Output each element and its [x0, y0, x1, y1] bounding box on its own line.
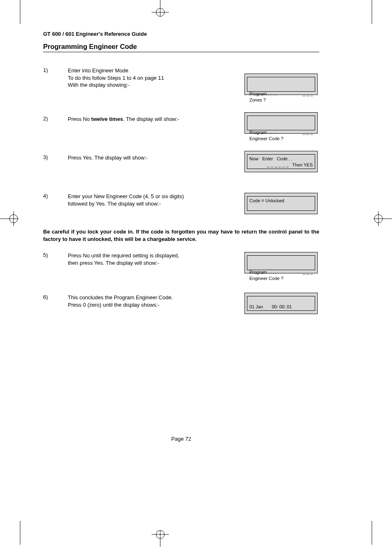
step-2: 2) Press No twelve times. The display wi…	[43, 116, 319, 134]
lcd-line: Engineer Code ?	[249, 276, 284, 281]
lcd-display: Program . . . ._ _ _Engineer Code ?	[244, 112, 318, 134]
page-number: Page 72	[43, 436, 319, 442]
crop-mark-bl	[20, 521, 21, 545]
step-number: 4)	[43, 193, 68, 199]
text-line: Enter your New Engineer Code (4, 5 or si…	[68, 193, 184, 199]
lcd-line: _ _ _	[303, 91, 313, 97]
text-line: Press No until the required setting is d…	[68, 252, 179, 259]
step-text: Press No twelve times. The display will …	[68, 116, 195, 123]
text-line: This concludes the Program Engineer Code…	[68, 294, 173, 301]
lcd-line: _ _ _	[303, 130, 313, 136]
step-text: Press Yes. The display will show:-	[68, 154, 195, 162]
registration-mark-top	[146, 0, 175, 21]
lcd-display: 01 Jan 00: 00: 01	[244, 293, 318, 314]
document-header: GT 600 / 601 Engineer's Reference Guide	[43, 31, 319, 37]
step-number: 1)	[43, 67, 68, 73]
text-line: followed by Yes. The display will show:-	[68, 201, 161, 207]
crop-mark-tl	[20, 0, 21, 24]
text-line: To do this follow Steps 1 to 4 on page 1…	[68, 75, 164, 81]
text-line: then press Yes. The display will show:-	[68, 260, 159, 266]
section-title: Programming Engineer Code	[43, 43, 319, 52]
lcd-display: Now Enter Code . . _ _ _ _ _ _ Then YES	[244, 151, 318, 172]
step-5: 5) Press No until the required setting i…	[43, 252, 319, 273]
lcd-line: Program . . . .	[249, 269, 277, 275]
step-text: Enter your New Engineer Code (4, 5 or si…	[68, 193, 195, 207]
step-6: 6) This concludes the Program Engineer C…	[43, 294, 319, 314]
step-4: 4) Enter your New Engineer Code (4, 5 or…	[43, 193, 319, 214]
text-span: Press No	[68, 116, 91, 122]
registration-mark-bottom	[146, 526, 175, 547]
warning-text: Be careful if you lock your code in. If …	[43, 228, 319, 243]
registration-mark-right	[369, 210, 392, 228]
lcd-line: Zones ?	[249, 97, 266, 102]
lcd-line: Program . . . .	[249, 130, 277, 136]
step-text: This concludes the Program Engineer Code…	[68, 294, 195, 308]
lcd-line: _ _ _ _ _ _ Then YES	[249, 162, 313, 168]
text-bold: twelve times	[91, 116, 123, 122]
lcd-line: Engineer Code ?	[249, 136, 284, 141]
step-number: 2)	[43, 116, 68, 122]
step-number: 6)	[43, 294, 68, 300]
step-number: 3)	[43, 154, 68, 160]
step-number: 5)	[43, 252, 68, 258]
step-text: Press No until the required setting is d…	[68, 252, 195, 266]
text-span: . The display will show:-	[123, 116, 179, 122]
crop-mark-br	[371, 521, 372, 545]
lcd-line: _ _ _	[303, 269, 313, 275]
lcd-line: 01 Jan 00: 00: 01	[249, 304, 292, 309]
text-line: Press 0 (zero) until the display shows:-	[68, 302, 159, 308]
lcd-line: Program . . . .	[249, 91, 277, 97]
registration-mark-left	[0, 210, 23, 228]
lcd-display: Program . . . ._ _ _Zones ?	[244, 74, 318, 95]
text-line: Enter into Engineer Mode	[68, 67, 128, 74]
lcd-line: Code = Unlocked	[249, 198, 284, 203]
step-1: 1) Enter into Engineer Mode To do this f…	[43, 67, 319, 95]
crop-mark-tr	[371, 0, 372, 24]
lcd-display: Program . . . ._ _ _Engineer Code ?	[244, 252, 318, 273]
step-3: 3) Press Yes. The display will show:- No…	[43, 154, 319, 172]
lcd-display: Code = Unlocked	[244, 193, 318, 214]
lcd-line: Now Enter Code . .	[249, 156, 293, 161]
text-line: With the display showing:-	[68, 82, 130, 88]
step-text: Enter into Engineer Mode To do this foll…	[68, 67, 195, 89]
